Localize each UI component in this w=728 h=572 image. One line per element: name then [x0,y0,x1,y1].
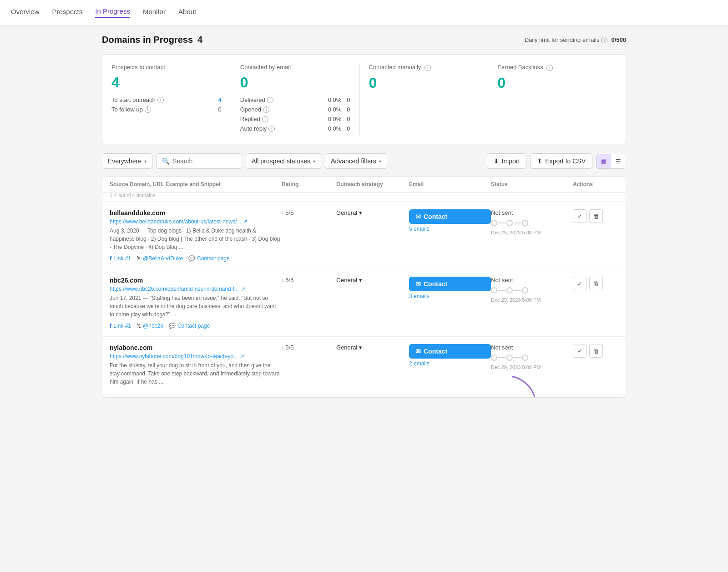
backlinks-info-icon[interactable]: i [546,65,553,71]
opened-info-icon[interactable]: i [263,106,269,113]
status-text-1: Not sent [491,209,573,216]
check-icon-2: ✓ [577,280,582,287]
outreach-dropdown-1[interactable]: General ▾ [336,209,362,216]
check-button-1[interactable]: ✓ [573,209,586,223]
rating-expand-icon-2[interactable]: › [282,277,283,283]
stat-contacted-email: Contacted by email 0 Delivered i 0.0% 0 … [231,64,360,135]
check-button-2[interactable]: ✓ [573,277,586,290]
facebook-link-2[interactable]: f Link #1 [110,322,131,329]
advanced-filters[interactable]: Advanced filters ▾ [325,153,387,169]
stat-row-opened: Opened i 0.0% 0 [240,106,350,113]
follow-up-info-icon[interactable]: i [145,106,151,113]
stat-big-backlinks: 0 [497,75,607,91]
daily-limit-info-icon[interactable]: i [601,37,607,43]
autoreply-info-icon[interactable]: i [268,126,275,132]
export-label: Export to CSV [545,157,586,165]
contact-button-1[interactable]: ✉ Contact [409,209,491,224]
progress-line-3b [514,357,521,358]
progress-line-3a [498,357,506,358]
delivered-info-icon[interactable]: i [267,97,273,103]
progress-line-2b [514,290,521,291]
grid-view-icon: ▦ [601,158,607,165]
email-count-2[interactable]: 3 emails [409,293,491,299]
progress-dot-2a [491,287,497,294]
rating-expand-icon-1[interactable]: › [282,209,283,216]
stat-delivered-values: 0.0% 0 [328,96,350,103]
import-label: Import [502,157,520,165]
import-icon: ⬇ [494,157,499,165]
progress-dot-1b [506,220,513,226]
page-header-left: Domains in Progress 4 [102,35,202,45]
contact-page-link-1[interactable]: 💬 Contact page [188,255,229,262]
outreach-dropdown-3[interactable]: General ▾ [336,344,362,351]
domain-url-link-1[interactable]: https://www.bellaandduke.com/about-us/la… [110,218,241,225]
facebook-link-1[interactable]: f Link #1 [110,255,131,262]
outreach-cell-1: General ▾ [336,209,409,216]
rating-expand-icon-3[interactable]: › [282,344,283,351]
nav-about[interactable]: About [178,8,196,17]
import-button[interactable]: ⬇ Import [487,153,527,169]
list-view-icon: ☰ [616,158,621,165]
outreach-dropdown-2[interactable]: General ▾ [336,277,362,283]
domain-url-link-3[interactable]: https://www.nylabone.com/dog101/how-to-t… [110,353,238,359]
rating-cell-3: › 5/5 [282,344,336,351]
col-domain: Source Domain, URL Example and Snippet [110,181,282,187]
nav-in-progress[interactable]: In Progress [95,7,130,18]
delete-button-2[interactable]: 🗑 [589,277,603,290]
start-outreach-info-icon[interactable]: i [157,97,164,103]
email-cell-1: ✉ Contact 5 emails [409,209,491,232]
contact-button-2[interactable]: ✉ Contact [409,277,491,291]
rating-value-2: 5/5 [285,277,293,283]
grid-view-button[interactable]: ▦ [597,154,611,168]
twitter-link-2[interactable]: 𝕏 @nbc26 [136,323,163,329]
view-toggle: ▦ ☰ [596,154,626,169]
contact-page-label-1: Contact page [197,255,229,262]
nav-overview[interactable]: Overview [11,8,40,17]
contact-label-2: Contact [424,280,447,288]
facebook-icon-2: f [110,322,111,329]
stat-row-delivered: Delivered i 0.0% 0 [240,96,350,103]
email-count-3[interactable]: 2 emails [409,360,491,367]
stat-autoreply-label: Auto reply i [240,125,275,132]
status-text-3: Not sent [491,344,573,351]
stat-row-followup-label: To follow up i [111,106,151,113]
nav-monitor[interactable]: Monitor [143,8,166,17]
replied-info-icon[interactable]: i [262,116,268,122]
contact-page-link-2[interactable]: 💬 Contact page [169,323,210,329]
location-filter[interactable]: Everywhere ▾ [102,153,152,169]
export-button[interactable]: ⬆ Export to CSV [530,153,592,169]
delete-button-3[interactable]: 🗑 [589,344,603,358]
rating-value-3: 5/5 [285,344,293,351]
stat-row-start-outreach: To start outreach i 4 [111,96,222,103]
domain-links-1: f Link #1 𝕏 @BellaAndDuke 💬 Contact page [110,255,282,262]
filters-bar: Everywhere ▾ 🔍 All prospect statuses ▾ A… [102,153,626,169]
email-count-1[interactable]: 5 emails [409,226,491,232]
twitter-label-2: @nbc26 [143,323,163,329]
actions-cell-1: ✓ 🗑 [573,209,618,223]
check-button-3[interactable]: ✓ [573,344,586,358]
page-header: Domains in Progress 4 Daily limit for se… [102,35,626,45]
daily-limit-text: Daily limit for sending emails [525,36,600,43]
domain-url-link-2[interactable]: https://www.nbc26.com/open/amid-rise-in-… [110,286,239,292]
manually-info-icon[interactable]: i [425,65,431,71]
domain-name-3: nylabone.com [110,344,282,351]
facebook-label-2: Link #1 [113,323,131,329]
status-text-2: Not sent [491,277,573,283]
search-icon: 🔍 [162,157,170,165]
delete-button-1[interactable]: 🗑 [589,209,603,223]
nav-prospects[interactable]: Prospects [52,8,83,17]
col-rating: Rating [282,181,336,187]
trash-icon-2: 🗑 [593,280,599,287]
progress-dot-3a [491,354,497,361]
outreach-chevron-2: ▾ [359,277,362,283]
twitter-link-1[interactable]: 𝕏 @BellaAndDuke [136,255,183,262]
list-view-button[interactable]: ☰ [611,154,626,168]
contact-button-3[interactable]: ✉ Contact [409,344,491,359]
status-chevron-icon: ▾ [313,159,315,164]
search-input[interactable] [172,157,236,165]
daily-limit-label: Daily limit for sending emails i [525,36,608,43]
stat-prospects-to-contact: Prospects to contact 4 To start outreach… [111,64,231,135]
external-link-icon-2: ↗ [241,286,245,292]
stat-label-backlinks: Earned Backlinks i [497,64,607,71]
status-filter[interactable]: All prospect statuses ▾ [246,153,321,169]
